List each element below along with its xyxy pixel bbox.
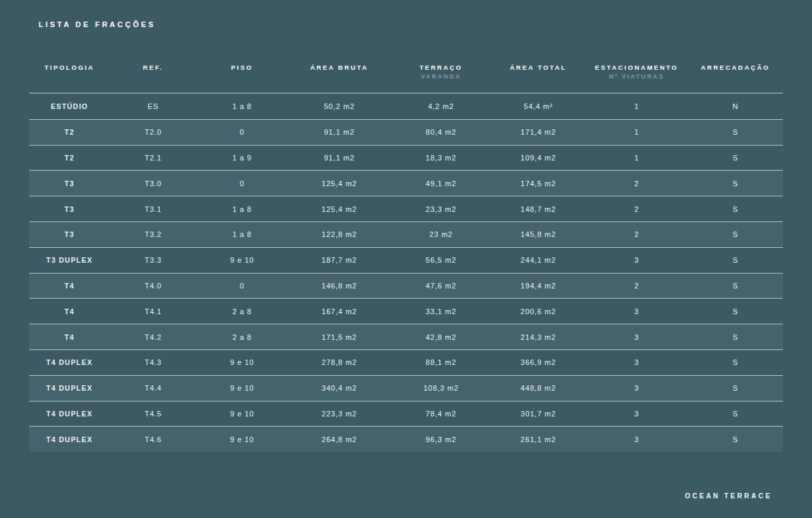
table-cell: 91,1 m2 [288, 128, 391, 136]
table-cell: T4.5 [110, 410, 196, 418]
column-header-arrecada-o: ARRECADAÇÃO [688, 58, 783, 93]
table-cell: 3 [585, 384, 688, 392]
table-row: T4T4.22 a 8171,5 m242,8 m2214,3 m23S [29, 324, 783, 349]
table-cell: ESTÚDIO [29, 102, 110, 110]
table-row: T4 DUPLEXT4.49 e 10340,4 m2108,3 m2448,8… [29, 375, 783, 401]
table-cell: 23 m2 [391, 230, 491, 238]
table-cell: 194,4 m2 [491, 282, 585, 290]
table-cell: S [688, 435, 783, 444]
table-cell: T3.0 [110, 179, 196, 188]
table-cell: T4.1 [110, 307, 196, 316]
table-cell: 3 [585, 256, 688, 264]
table-cell: 244,1 m2 [491, 256, 585, 264]
table-body: ESTÚDIOES1 a 850,2 m24,2 m254,4 m²1NT2T2… [29, 93, 783, 452]
table-cell: S [688, 333, 783, 341]
table-cell: 0 [196, 282, 288, 290]
column-header-piso: PISO [196, 58, 288, 93]
column-header-tipologia: TIPOLOGIA [29, 58, 110, 93]
table-cell: 9 e 10 [196, 358, 288, 366]
table-cell: S [688, 307, 783, 316]
table-cell: 261,1 m2 [491, 435, 585, 444]
table-cell: S [688, 282, 783, 290]
table-cell: 1 a 8 [196, 205, 288, 213]
column-header-label: ESTACIONAMENTO [585, 64, 688, 71]
column-header-sublabel: VARANDA [391, 73, 491, 80]
table-row: T4T4.00146,8 m247,6 m2194,4 m22S [29, 273, 783, 299]
table-cell: T3 [29, 230, 110, 238]
table-cell: 167,4 m2 [288, 307, 391, 316]
table-cell: S [688, 205, 783, 213]
table-cell: 88,1 m2 [391, 358, 491, 366]
table-cell: 1 a 8 [196, 102, 288, 110]
page-title: LISTA DE FRACÇÕES [39, 20, 156, 28]
table-cell: 9 e 10 [196, 384, 288, 392]
table-cell: 54,4 m² [491, 102, 585, 110]
table-cell: 4,2 m2 [391, 102, 491, 110]
table-cell: 1 [585, 128, 688, 136]
column-header-label: TERRAÇO [391, 64, 491, 71]
table-cell: T4.0 [110, 282, 196, 290]
table-cell: 109,4 m2 [491, 154, 585, 162]
table-cell: 0 [196, 179, 288, 188]
column-header-label: PISO [196, 64, 288, 71]
table-cell: 3 [585, 358, 688, 366]
page-background: LISTA DE FRACÇÕES TIPOLOGIAREF.PISOÁREA … [0, 0, 812, 518]
table-cell: 223,3 m2 [288, 410, 391, 418]
column-header-ref: REF. [110, 58, 196, 93]
table-row: T4T4.12 a 8167,4 m233,1 m2200,6 m23S [29, 298, 783, 324]
table-cell: 2 [585, 179, 688, 188]
table-cell: T4.2 [110, 333, 196, 341]
column-header-label: TIPOLOGIA [29, 64, 110, 71]
table-row: T3 DUPLEXT3.39 e 10187,7 m256,5 m2244,1 … [29, 247, 783, 273]
table-cell: T2 [29, 154, 110, 162]
table-cell: T2.1 [110, 154, 196, 162]
table-row: T4 DUPLEXT4.59 e 10223,3 m278,4 m2301,7 … [29, 401, 783, 427]
table-cell: 0 [196, 128, 288, 136]
table-cell: T4 DUPLEX [29, 384, 110, 392]
table-cell: T2 [29, 128, 110, 136]
table-cell: T3 [29, 205, 110, 213]
table-cell: T4 DUPLEX [29, 435, 110, 444]
table-cell: 2 a 8 [196, 307, 288, 316]
column-header-label: ÁREA BRUTA [288, 64, 391, 71]
table-cell: 9 e 10 [196, 435, 288, 444]
table-cell: 49,1 m2 [391, 179, 491, 188]
table-cell: 91,1 m2 [288, 154, 391, 162]
table-cell: 2 [585, 205, 688, 213]
table-cell: ES [110, 102, 196, 110]
table-cell: T2.0 [110, 128, 196, 136]
table-cell: 42,8 m2 [391, 333, 491, 341]
table-row: T3T3.21 a 8122,8 m223 m2145,8 m22S [29, 221, 783, 247]
table-cell: T3.1 [110, 205, 196, 213]
table-cell: S [688, 384, 783, 392]
table-row: T4 DUPLEXT4.69 e 10264,8 m296,3 m2261,1 … [29, 426, 783, 452]
table-cell: 2 a 8 [196, 333, 288, 341]
table-cell: 366,9 m2 [491, 358, 585, 366]
table-cell: 1 [585, 102, 688, 110]
table-cell: S [688, 179, 783, 188]
table-cell: 171,5 m2 [288, 333, 391, 341]
column-header-label: REF. [110, 64, 196, 71]
table-cell: S [688, 256, 783, 264]
table-cell: 122,8 m2 [288, 230, 391, 238]
table-cell: 448,8 m2 [491, 384, 585, 392]
table-cell: 278,8 m2 [288, 358, 391, 366]
table-cell: T4.4 [110, 384, 196, 392]
table-cell: 23,3 m2 [391, 205, 491, 213]
column-header-sublabel: Nº VIATURAS [585, 73, 688, 80]
table-cell: 1 a 8 [196, 230, 288, 238]
table-cell: 3 [585, 333, 688, 341]
table-cell: T4.3 [110, 358, 196, 366]
units-table: TIPOLOGIAREF.PISOÁREA BRUTATERRAÇOVARAND… [29, 58, 783, 452]
table-cell: 3 [585, 410, 688, 418]
table-cell: T3 DUPLEX [29, 256, 110, 264]
table-cell: T3.3 [110, 256, 196, 264]
column-header-label: ARRECADAÇÃO [688, 64, 783, 71]
table-cell: 125,4 m2 [288, 205, 391, 213]
table-cell: T3.2 [110, 230, 196, 238]
table-row: T2T2.11 a 991,1 m218,3 m2109,4 m21S [29, 145, 783, 171]
table-cell: N [688, 102, 783, 110]
table-cell: 47,6 m2 [391, 282, 491, 290]
table-cell: 214,3 m2 [491, 333, 585, 341]
column-header-terra-o: TERRAÇOVARANDA [391, 58, 491, 93]
